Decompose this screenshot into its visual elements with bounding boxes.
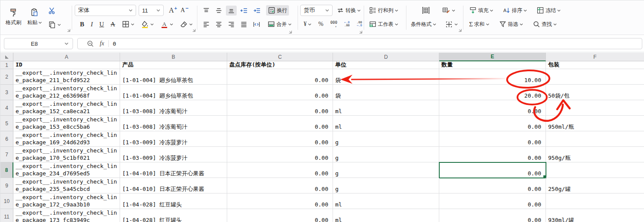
clipboard-dialog-launcher[interactable] — [67, 28, 70, 32]
row-header-3[interactable]: 3 — [0, 85, 13, 100]
cell-F5[interactable]: 950ml/瓶 — [546, 116, 644, 131]
cell-D1[interactable]: 单位 — [333, 61, 439, 69]
align-middle-button[interactable] — [213, 6, 224, 16]
cell-D8[interactable]: g — [333, 162, 439, 178]
number-format-select[interactable]: 货币 — [300, 5, 333, 16]
cell-B5[interactable]: [1-03-008] 冷冻葡萄汁 — [120, 116, 227, 131]
cell-C4[interactable]: 0.00 — [227, 100, 333, 116]
cell-B11[interactable]: [1-04-028] 红豆罐头 — [120, 209, 227, 222]
cell-A6[interactable]: __export__.inventory_check_line_package_… — [13, 131, 120, 147]
align-right-button[interactable] — [226, 19, 237, 29]
row-header-5[interactable]: 5 — [0, 116, 13, 131]
cell-F9[interactable]: 250g/罐 — [546, 178, 644, 193]
filter-button[interactable]: 筛选 — [497, 19, 525, 29]
italic-button[interactable]: I — [89, 19, 95, 29]
cut-button[interactable] — [46, 5, 63, 16]
cell-F11[interactable]: 930ml/罐 — [546, 209, 644, 222]
cell-B1[interactable]: 产品 — [120, 61, 227, 69]
cell-D10[interactable]: ml — [333, 193, 439, 209]
row-header-4[interactable]: 4 — [0, 100, 13, 116]
zoom-out-icon[interactable] — [86, 40, 95, 48]
cell-B6[interactable]: [1-03-009] 冷冻菠萝汁 — [120, 131, 227, 147]
table-style-button[interactable] — [419, 5, 432, 16]
cell-C9[interactable]: 0.00 — [227, 178, 333, 193]
cell-B4[interactable]: [1-03-008] 冷冻葡萄汁 — [120, 100, 227, 116]
copy-button[interactable] — [46, 19, 63, 30]
cell-C10[interactable]: 0.00 — [227, 193, 333, 209]
align-top-button[interactable] — [201, 6, 212, 16]
cell-E10[interactable]: 0.00 — [439, 193, 546, 209]
conditional-format-button[interactable]: 条件格式 — [409, 19, 438, 29]
row-header-10[interactable]: 10 — [0, 193, 13, 209]
cell-C11[interactable]: 0.00 — [227, 209, 333, 222]
cell-D6[interactable]: g — [333, 131, 439, 147]
cell-D7[interactable]: g — [333, 147, 439, 162]
column-header-C[interactable]: C — [227, 53, 333, 61]
cell-D2[interactable]: 袋 — [333, 69, 439, 85]
cell-E11[interactable]: 0.00 — [439, 209, 546, 222]
cell-D9[interactable]: g — [333, 178, 439, 193]
cell-A7[interactable]: __export__.inventory_check_line_package_… — [13, 147, 120, 162]
styles-dialog-launcher[interactable] — [458, 28, 462, 32]
cell-A9[interactable]: __export__.inventory_check_line_package_… — [13, 178, 120, 193]
cell-A8[interactable]: __export__.inventory_check_line_package_… — [13, 162, 120, 178]
fill-button[interactable]: 填充 — [467, 5, 495, 16]
row-header-8[interactable]: 8 — [0, 162, 13, 178]
percent-button[interactable]: % — [317, 19, 325, 29]
align-center-button[interactable] — [213, 19, 224, 29]
row-header-9[interactable]: 9 — [0, 178, 13, 193]
cell-C8[interactable]: 0.00 — [227, 162, 333, 178]
align-justify-button[interactable] — [238, 19, 249, 29]
column-header-E[interactable]: E — [439, 53, 546, 61]
cell-D5[interactable]: ml — [333, 116, 439, 131]
select-all-corner[interactable] — [0, 53, 13, 61]
font-family-select[interactable]: 宋体 — [75, 5, 136, 16]
cell-C1[interactable]: 盘点库存(按单位) — [227, 61, 333, 69]
text-orientation-button[interactable] — [251, 19, 262, 29]
cell-A1[interactable]: ID — [13, 61, 120, 69]
formula-value[interactable]: 0 — [113, 41, 116, 47]
column-header-B[interactable]: B — [120, 53, 227, 61]
cell-A2[interactable]: __export__.inventory_check_line_package_… — [13, 69, 120, 85]
fill-color-button[interactable] — [139, 19, 155, 30]
sum-button[interactable]: Σ 求和 — [467, 19, 491, 29]
cell-E3[interactable]: 20.00 — [439, 85, 546, 100]
borders-button[interactable] — [120, 19, 136, 29]
cell-F8[interactable] — [546, 162, 644, 178]
cell-B7[interactable]: [1-03-009] 冷冻菠萝汁 — [120, 147, 227, 162]
fx-icon[interactable]: fx — [100, 40, 104, 47]
merge-cells-button[interactable]: 合并 — [266, 19, 293, 29]
cell-C7[interactable]: 0.00 — [227, 147, 333, 162]
underline-button[interactable]: U — [98, 19, 106, 29]
find-button[interactable]: 查找 — [531, 19, 558, 29]
column-header-D[interactable]: D — [333, 53, 439, 61]
cell-E6[interactable]: 0.00 — [439, 131, 546, 147]
align-bottom-button[interactable] — [226, 6, 237, 16]
worksheet-button[interactable]: 工作表 — [367, 19, 400, 29]
cell-E7[interactable]: 0.00 — [439, 147, 546, 162]
cell-C2[interactable]: 0.00 — [227, 69, 333, 85]
decrease-indent-button[interactable] — [238, 6, 250, 16]
cell-F2[interactable] — [546, 69, 644, 85]
cell-A4[interactable]: __export__.inventory_check_line_package_… — [13, 100, 120, 116]
column-header-A[interactable]: A — [13, 53, 120, 61]
strikethrough-button[interactable]: A — [109, 19, 117, 29]
cell-D11[interactable]: ml — [333, 209, 439, 222]
convert-button[interactable]: 转换 — [335, 6, 362, 16]
cell-E9[interactable]: 0.00 — [439, 178, 546, 193]
frame-lines-button[interactable] — [443, 19, 460, 30]
wrap-text-button[interactable]: 换行 — [266, 5, 289, 16]
format-painter-button[interactable]: 格式刷 — [4, 4, 23, 30]
row-header-6[interactable]: 6 — [0, 131, 13, 147]
number-dialog-launcher[interactable] — [358, 30, 362, 34]
increase-indent-button[interactable] — [251, 6, 263, 16]
alignment-dialog-launcher[interactable] — [288, 30, 292, 34]
cell-F3[interactable]: 50袋/包 — [546, 85, 644, 100]
sort-button[interactable]: A 排序 — [501, 5, 529, 16]
row-header-11[interactable]: 11 — [0, 209, 13, 222]
decrease-font-button[interactable]: A− — [179, 6, 190, 15]
currency-button[interactable]: ¥ — [302, 19, 313, 29]
cell-B9[interactable]: [1-04-010] 日本正荣开心果酱 — [120, 178, 227, 193]
cell-D4[interactable]: ml — [333, 100, 439, 116]
cell-E4[interactable]: 0.00 — [439, 100, 546, 116]
